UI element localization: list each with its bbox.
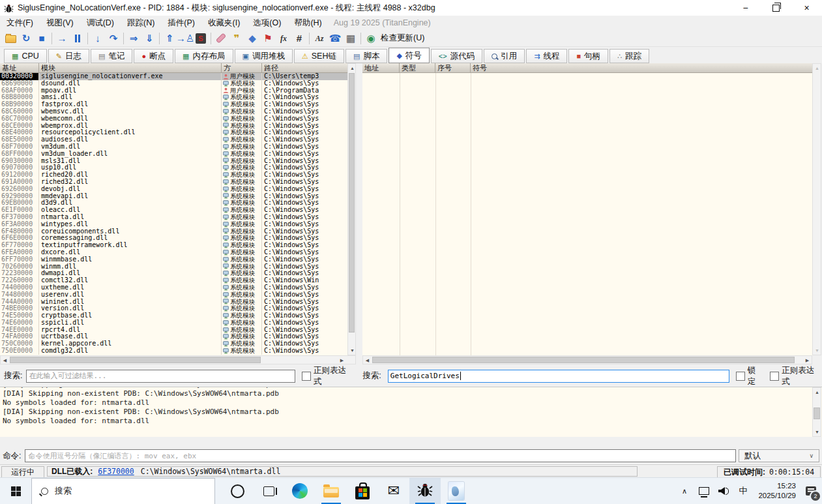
- col-type[interactable]: 类型: [400, 63, 435, 72]
- module-row[interactable]: 6FF70000winmmbase.dll系统模块C:\Windows\Sys: [0, 256, 347, 263]
- stop-icon[interactable]: ■: [34, 31, 50, 46]
- module-row[interactable]: 70260000winmm.dll系统模块C:\Windows\Sys: [0, 263, 347, 271]
- task-view-button[interactable]: [253, 478, 284, 504]
- module-row[interactable]: 69120000riched20.dll系统模块C:\Windows\Sys: [0, 171, 347, 179]
- symbols-search-input[interactable]: GetLogicalDrives: [388, 370, 729, 383]
- label-icon[interactable]: ◆: [244, 31, 260, 46]
- source-mode-icon[interactable]: S: [193, 31, 209, 46]
- module-row[interactable]: 68CE0000wbemprox.dll系统模块C:\Windows\Sys: [0, 123, 347, 130]
- module-row[interactable]: 68B80000amsi.dll系统模块C:\Windows\Sys: [0, 94, 347, 101]
- comment-icon[interactable]: ❞: [229, 31, 244, 46]
- module-row[interactable]: 68E50000audioses.dll系统模块C:\Windows\Sys: [0, 136, 347, 143]
- taskbar-clock[interactable]: 15:23 2025/10/29: [753, 481, 796, 501]
- module-row[interactable]: 68C60000wbemsvc.dll系统模块C:\Windows\Sys: [0, 108, 347, 115]
- lock-checkbox[interactable]: [736, 372, 745, 381]
- restart-icon[interactable]: ↻: [18, 31, 34, 46]
- volume-button[interactable]: [714, 478, 733, 504]
- menu-item[interactable]: 收藏夹(I): [201, 18, 246, 29]
- calculator-icon[interactable]: ▦: [343, 31, 359, 46]
- col-party[interactable]: 方: [222, 63, 262, 72]
- module-row[interactable]: 68F70000vm3dum.dll系统模块C:\Windows\Sys: [0, 143, 347, 151]
- tab-notes[interactable]: ▤笔记: [91, 49, 132, 63]
- scroll-down-icon[interactable]: ▼: [348, 346, 357, 355]
- store-button[interactable]: [347, 478, 378, 504]
- scroll-down-icon[interactable]: ▼: [813, 428, 821, 436]
- step-over-icon[interactable]: ↷: [106, 31, 121, 46]
- tab-seh[interactable]: ⚠SEH链: [294, 49, 344, 63]
- col-symbol[interactable]: 符号: [471, 63, 812, 72]
- close-button[interactable]: ×: [791, 0, 822, 16]
- tab-threads[interactable]: ⇉线程: [526, 49, 567, 63]
- scroll-thumb[interactable]: [372, 357, 795, 363]
- symbols-hscrollbar[interactable]: ◀ ▶: [362, 355, 812, 364]
- col-module[interactable]: 模块: [39, 63, 222, 72]
- ime-indicator[interactable]: 中: [733, 478, 753, 504]
- module-row[interactable]: 68E40000resourcepolicyclient.dll系统模块C:\W…: [0, 129, 347, 136]
- mail-button[interactable]: ✉: [378, 478, 409, 504]
- modules-search-input[interactable]: [26, 370, 295, 383]
- game-app-button[interactable]: [441, 478, 472, 504]
- dll-address-link[interactable]: 6F370000: [98, 467, 134, 476]
- module-row[interactable]: 6FEA0000dxcore.dll系统模块C:\Windows\Sys: [0, 249, 347, 256]
- strings-icon[interactable]: Az: [312, 31, 327, 46]
- module-row[interactable]: 69260000devobj.dll系统模块C:\Windows\Sys: [0, 186, 347, 193]
- pause-icon[interactable]: [70, 31, 85, 46]
- menu-item[interactable]: 跟踪(N): [121, 18, 161, 29]
- module-row[interactable]: 69030000msls31.dll系统模块C:\Windows\Sys: [0, 158, 347, 165]
- restore-button[interactable]: [761, 0, 791, 16]
- module-row[interactable]: 68FF0000vm3dum_loader.dll系统模块C:\Windows\…: [0, 151, 347, 158]
- module-row[interactable]: 74400000uxtheme.dll系统模块C:\Windows\Sys: [0, 284, 347, 291]
- menu-item[interactable]: 插件(P): [161, 18, 201, 29]
- module-row[interactable]: 72260000comctl32.dll系统模块C:\Windows\Win: [0, 277, 347, 284]
- scroll-thumb[interactable]: [349, 73, 355, 333]
- module-row[interactable]: 00320000siglusengine_nolocationverf.exe用…: [0, 73, 347, 80]
- minimize-button[interactable]: −: [730, 0, 761, 16]
- module-row[interactable]: 68AF0000mpoav.dll用户模块C:\ProgramData: [0, 87, 347, 95]
- module-row[interactable]: 68690000dsound.dll系统模块C:\Windows\Sys: [0, 80, 347, 87]
- scroll-right-icon[interactable]: ▶: [803, 356, 812, 364]
- edge-app-button[interactable]: [284, 478, 316, 504]
- tab-symbols[interactable]: ◆符号: [389, 48, 429, 63]
- network-button[interactable]: [694, 478, 714, 504]
- module-row[interactable]: 6E1F0000oleacc.dll系统模块C:\Windows\Sys: [0, 207, 347, 214]
- check-updates-label[interactable]: 检查更新(U): [381, 33, 424, 44]
- module-row[interactable]: 72230000dwmapi.dll系统模块C:\Windows\Sys: [0, 270, 347, 277]
- run-icon[interactable]: →: [54, 31, 70, 46]
- command-profile-select[interactable]: 默认 ∨: [739, 449, 819, 462]
- col-path[interactable]: 路径: [262, 63, 347, 72]
- module-row[interactable]: 74EE0000rpcrt4.dll系统模块C:\Windows\Sys: [0, 327, 347, 334]
- tab-references[interactable]: 引用: [484, 49, 525, 63]
- symbols-regex-checkbox[interactable]: [770, 372, 779, 381]
- check-updates-icon[interactable]: ◉: [363, 31, 379, 46]
- module-row[interactable]: 744A0000wininet.dll系统模块C:\Windows\Sys: [0, 299, 347, 306]
- tab-handles[interactable]: ■句柄: [568, 49, 608, 63]
- module-row[interactable]: 69070000usp10.dll系统模块C:\Windows\Sys: [0, 164, 347, 171]
- scroll-left-icon[interactable]: ◀: [363, 356, 372, 364]
- scroll-up-icon[interactable]: ▲: [348, 64, 357, 72]
- module-row[interactable]: 68C70000wbemcomn.dll系统模块C:\Windows\Sys: [0, 115, 347, 123]
- tab-call-stack[interactable]: ▣调用堆栈: [235, 49, 293, 63]
- tab-cpu[interactable]: ▦CPU: [4, 49, 47, 63]
- module-row[interactable]: 6F770000textinputframework.dll系统模块C:\Win…: [0, 242, 347, 249]
- module-row[interactable]: 74BE0000version.dll系统模块C:\Windows\Sys: [0, 305, 347, 312]
- menu-item[interactable]: 调试(D): [80, 18, 121, 29]
- module-row[interactable]: 74E60000sspicli.dll系统模块C:\Windows\Sys: [0, 319, 347, 327]
- taskbar-search-box[interactable]: 搜索: [31, 478, 215, 504]
- scroll-thumb[interactable]: [814, 408, 820, 419]
- tab-memory-map[interactable]: ▦内存布局: [175, 49, 233, 63]
- file-explorer-button[interactable]: [316, 478, 347, 504]
- module-row[interactable]: 750E0000comdlg32.dll系统模块C:\Windows\Sys: [0, 348, 347, 355]
- intermodular-calls-icon[interactable]: ☎: [327, 31, 343, 46]
- run-to-user-code-icon[interactable]: →♙: [177, 31, 193, 46]
- menu-item[interactable]: 帮助(H): [287, 18, 328, 29]
- module-row[interactable]: 74FA0000ucrtbase.dll系统模块C:\Windows\Sys: [0, 333, 347, 340]
- tab-breakpoints[interactable]: ●断点: [134, 49, 173, 63]
- scroll-up-icon[interactable]: ▲: [813, 388, 821, 396]
- function-icon[interactable]: fx: [276, 31, 291, 46]
- open-file-icon[interactable]: [3, 31, 18, 46]
- module-row[interactable]: 6F3A0000wintypes.dll系统模块C:\Windows\Sys: [0, 221, 347, 228]
- module-row[interactable]: 68B90000fastprox.dll系统模块C:\Windows\Sys: [0, 101, 347, 108]
- modules-regex-checkbox[interactable]: [302, 372, 311, 381]
- log-vscrollbar[interactable]: ▲ ▼: [812, 387, 821, 437]
- patch-icon[interactable]: [213, 31, 229, 46]
